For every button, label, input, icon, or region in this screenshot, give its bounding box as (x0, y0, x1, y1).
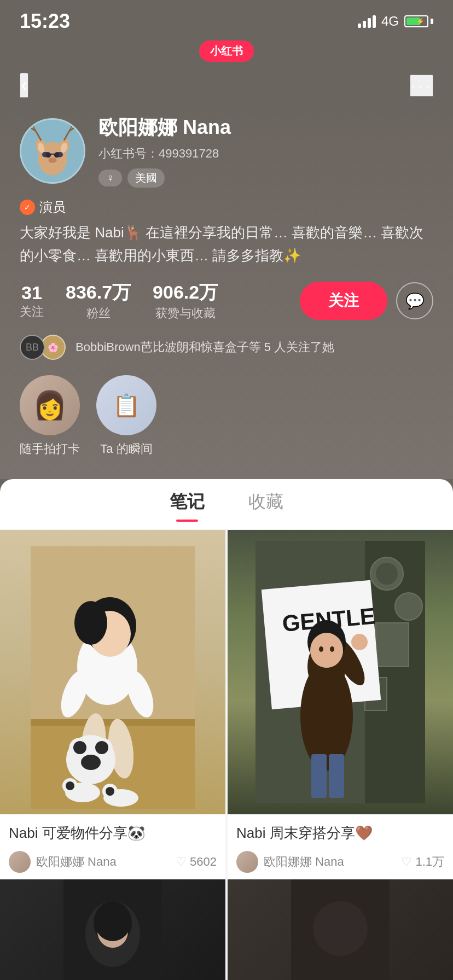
back-button[interactable]: ‹ (20, 73, 28, 98)
status-bar: 15:23 4G ⚡ (0, 0, 453, 38)
content-grid: Nabi 可爱物件分享🐼 欧阳娜娜 Nana ♡ 5602 (0, 530, 453, 879)
app-logo-container: 小红书 (0, 38, 453, 62)
likes-label: 获赞与收藏 (153, 305, 218, 322)
avatar (20, 118, 85, 184)
card-author-1: 欧阳娜娜 Nana (9, 851, 117, 873)
card-meta-1: 欧阳娜娜 Nana ♡ 5602 (9, 851, 217, 873)
svg-point-69 (95, 903, 131, 941)
collection-label-2: Ta 的瞬间 (100, 441, 152, 457)
signal-bar-4 (373, 15, 376, 28)
gender-symbol: ♀ (106, 172, 114, 184)
profile-header: 欧阳娜娜 Nana 小红书号：499391728 ♀ 美國 (20, 114, 433, 188)
bottom-card-image-2 (228, 879, 453, 980)
signal-bar-3 (368, 18, 371, 28)
collection-label-1: 随手拍打卡 (20, 441, 80, 457)
more-button[interactable]: ··· (410, 74, 433, 97)
svg-rect-46 (376, 623, 409, 667)
battery-bolt: ⚡ (416, 18, 425, 25)
battery-body: ⚡ (404, 15, 428, 27)
signal-bar-1 (358, 24, 361, 28)
gender-tag: ♀ (98, 170, 122, 186)
post-card-1[interactable]: Nabi 可爱物件分享🐼 欧阳娜娜 Nana ♡ 5602 (0, 530, 225, 879)
country-tag: 美國 (127, 168, 165, 188)
likes-count-2: 1.1万 (415, 854, 444, 870)
follow-button[interactable]: 关注 (300, 282, 387, 320)
svg-point-71 (313, 901, 368, 956)
svg-rect-9 (42, 152, 50, 158)
svg-point-61 (319, 646, 323, 652)
tags-row: ♀ 美國 (98, 168, 433, 188)
battery-cap (431, 19, 433, 24)
signal-bars (358, 15, 376, 28)
grid-col-right: GENTLE (228, 530, 453, 879)
svg-point-37 (66, 781, 74, 790)
bio-text: 大家好我是 Nabi🦌 在這裡分享我的日常… 喜歡的音樂… 喜歡次的小零食… 喜… (20, 221, 433, 267)
card-title-1: Nabi 可爱物件分享🐼 (9, 823, 217, 843)
signal-bar-2 (363, 21, 366, 28)
author-name-1: 欧阳娜娜 Nana (36, 854, 117, 870)
username: 欧阳娜娜 Nana (98, 114, 433, 141)
svg-point-34 (81, 755, 101, 770)
post-image-2: GENTLE (228, 530, 453, 814)
card-title-2: Nabi 周末穿搭分享🤎 (236, 823, 444, 843)
card-info-2: Nabi 周末穿搭分享🤎 欧阳娜娜 Nana ♡ 1.1万 (228, 814, 453, 879)
post-card-2[interactable]: GENTLE (228, 530, 453, 879)
card-info-1: Nabi 可爱物件分享🐼 欧阳娜娜 Nana ♡ 5602 (0, 814, 225, 879)
stat-following[interactable]: 31 关注 (20, 282, 44, 320)
nav-bar: ‹ ··· (0, 62, 453, 109)
svg-point-44 (376, 563, 398, 585)
collection-item-1[interactable]: 👩 随手拍打卡 (20, 375, 80, 457)
svg-rect-10 (55, 152, 63, 158)
heart-icon-1: ♡ (176, 855, 187, 869)
bottom-card-2[interactable] (228, 879, 453, 980)
bottom-illustration-1 (63, 879, 162, 980)
author-avatar-2 (236, 851, 258, 873)
profile-section: 欧阳娜娜 Nana 小红书号：499391728 ♀ 美國 ✓ 演员 大家好我是… (0, 109, 453, 479)
card-likes-2: ♡ 1.1万 (401, 854, 444, 870)
verified-text: 演员 (39, 199, 66, 216)
svg-point-60 (310, 633, 343, 668)
message-icon: 💬 (405, 292, 425, 310)
collection-thumb-2: 📋 (96, 375, 156, 435)
followers-count: 836.7万 (66, 280, 131, 305)
followers-label: 粉丝 (66, 305, 131, 322)
mutual-text: BobbiBrown芭比波朗和惊喜盒子等 5 人关注了她 (76, 339, 334, 355)
svg-rect-64 (329, 754, 344, 798)
battery-icon: ⚡ (404, 15, 433, 27)
stat-likes[interactable]: 906.2万 获赞与收藏 (153, 280, 218, 322)
stats-actions: 关注 💬 (300, 282, 433, 320)
grid-col-left: Nabi 可爱物件分享🐼 欧阳娜娜 Nana ♡ 5602 (0, 530, 225, 879)
collection-item-2[interactable]: 📋 Ta 的瞬间 (96, 375, 156, 457)
svg-point-40 (106, 787, 114, 796)
svg-point-53 (351, 634, 368, 650)
svg-point-62 (330, 646, 334, 652)
card-meta-2: 欧阳娜娜 Nana ♡ 1.1万 (236, 851, 444, 873)
verified-icon: ✓ (20, 200, 35, 215)
card-author-2: 欧阳娜娜 Nana (236, 851, 344, 873)
collections-row: 👩 随手拍打卡 📋 Ta 的瞬间 (20, 375, 433, 457)
app-logo: 小红书 (199, 40, 254, 62)
panda-illustration (31, 546, 195, 809)
stat-followers[interactable]: 836.7万 粉丝 (66, 280, 131, 322)
tab-collections[interactable]: 收藏 (248, 490, 283, 521)
status-time: 15:23 (20, 10, 70, 33)
svg-point-45 (395, 593, 422, 620)
tab-notes[interactable]: 笔记 (170, 490, 205, 521)
verified-row: ✓ 演员 (20, 199, 433, 216)
stats-row: 31 关注 836.7万 粉丝 906.2万 获赞与收藏 关注 💬 (20, 280, 433, 322)
post-image-1 (0, 530, 225, 814)
bottom-card-1[interactable] (0, 879, 225, 980)
author-avatar-1 (9, 851, 31, 873)
status-right: 4G ⚡ (358, 14, 433, 29)
following-label: 关注 (20, 304, 44, 320)
svg-rect-63 (311, 754, 327, 798)
avatar-image (21, 118, 84, 184)
tabs-row: 笔记 收藏 (0, 490, 453, 530)
mutual-followers-row: BB 🌸 BobbiBrown芭比波朗和惊喜盒子等 5 人关注了她 (20, 335, 433, 360)
tabs-container: 笔记 收藏 (0, 479, 453, 980)
network-label: 4G (381, 14, 399, 29)
panda-scene (0, 530, 225, 814)
heart-icon-2: ♡ (401, 855, 412, 869)
message-button[interactable]: 💬 (396, 282, 433, 319)
svg-point-8 (48, 158, 56, 163)
